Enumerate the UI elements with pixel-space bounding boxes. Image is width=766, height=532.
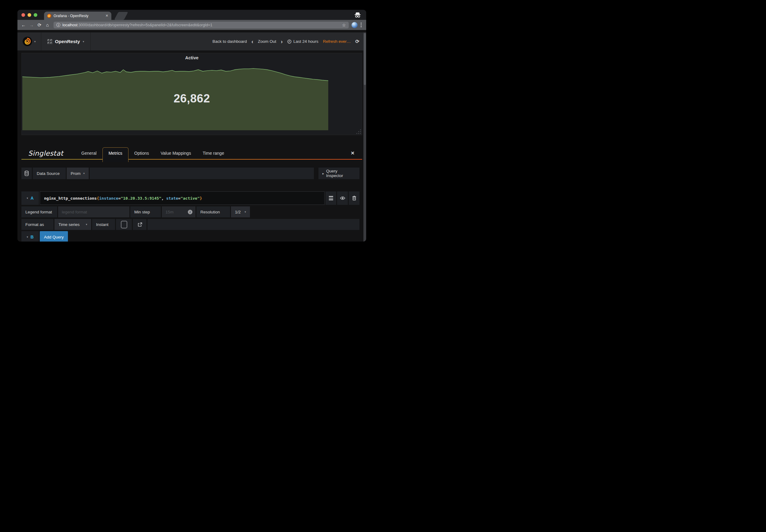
instant-label: Instant bbox=[92, 219, 115, 230]
panel-type-title: Singlestat bbox=[21, 150, 76, 160]
browser-menu-icon[interactable] bbox=[359, 23, 364, 28]
datasource-icon-cell bbox=[21, 168, 32, 179]
query-ref-letter: A bbox=[31, 196, 34, 201]
page-info-icon[interactable]: i bbox=[56, 23, 60, 27]
dashboard-picker[interactable]: OpenResty ▾ bbox=[41, 32, 90, 50]
datasource-select[interactable]: Prom ▾ bbox=[67, 168, 89, 179]
min-step-input[interactable] bbox=[162, 206, 188, 217]
minimize-window-button[interactable] bbox=[28, 13, 31, 17]
zoom-out-button[interactable]: Zoom Out bbox=[258, 39, 276, 44]
window-controls bbox=[21, 13, 37, 17]
bookmark-star-icon[interactable]: ☆ bbox=[342, 23, 346, 28]
instant-checkbox[interactable] bbox=[121, 221, 127, 228]
singlestat-panel[interactable]: Active 26,862 bbox=[21, 53, 362, 135]
query-delete-button[interactable] bbox=[349, 191, 359, 205]
address-bar[interactable]: i localhost:3000/dashboard/db/openresty?… bbox=[54, 22, 349, 28]
singlestat-value: 26,862 bbox=[22, 92, 362, 105]
dashboard-content: Active 26,862 Singlestat General Metrics… bbox=[17, 50, 366, 242]
desktop-background: Grafana - OpenResty ✕ ← → ⟳ ⌂ i bbox=[0, 0, 383, 266]
scrollbar-thumb[interactable] bbox=[364, 33, 366, 85]
query-menu-button[interactable] bbox=[325, 191, 336, 205]
tab-options[interactable]: Options bbox=[128, 148, 155, 160]
tab-time-range[interactable]: Time range bbox=[197, 148, 230, 160]
refresh-interval-button[interactable]: Refresh ever… bbox=[323, 39, 351, 44]
legend-format-input[interactable] bbox=[58, 206, 129, 217]
reload-icon[interactable]: ⟳ bbox=[36, 23, 43, 27]
query-b-toggle[interactable]: ▾ B bbox=[21, 231, 39, 242]
forward-icon[interactable]: → bbox=[28, 23, 35, 27]
trash-icon bbox=[352, 196, 356, 201]
new-tab-button[interactable] bbox=[114, 12, 128, 20]
collapse-caret-icon: ▾ bbox=[27, 235, 28, 238]
tab-value-mappings[interactable]: Value Mappings bbox=[155, 148, 197, 160]
refresh-dashboard-icon[interactable]: ⟳ bbox=[355, 39, 359, 44]
panel-editor-header: Singlestat General Metrics Options Value… bbox=[21, 146, 362, 160]
datasource-caret-icon: ▾ bbox=[83, 172, 85, 175]
datasource-value: Prom bbox=[71, 171, 80, 176]
navbar-separator bbox=[90, 32, 91, 50]
query-disable-button[interactable] bbox=[337, 191, 348, 205]
browser-toolbar: ← → ⟳ ⌂ i localhost:3000/dashboard/db/op… bbox=[17, 20, 366, 30]
min-step-label: Min step bbox=[130, 206, 161, 217]
share-query-icon[interactable] bbox=[137, 222, 142, 227]
page-viewport: ▾ OpenResty ▾ Back to dashboard ‹ Zoom O… bbox=[17, 32, 366, 242]
back-icon[interactable]: ← bbox=[20, 23, 27, 27]
browser-window: Grafana - OpenResty ✕ ← → ⟳ ⌂ i bbox=[17, 10, 366, 242]
query-expression: nginx_http_connections{instance="10.20.3… bbox=[44, 196, 202, 201]
query-row-a: ▾ A nginx_http_connections{instance="10.… bbox=[21, 191, 359, 205]
expand-icon: ▸ bbox=[322, 172, 324, 175]
format-as-value: Time series bbox=[58, 222, 80, 227]
grafana-favicon-icon bbox=[47, 14, 51, 18]
resolution-value: 1/2 bbox=[235, 210, 241, 214]
resolution-label: Resolution bbox=[196, 206, 230, 217]
tab-general[interactable]: General bbox=[76, 148, 102, 160]
query-expression-input[interactable]: nginx_http_connections{instance="10.20.3… bbox=[40, 191, 324, 205]
page-scrollbar[interactable] bbox=[363, 32, 366, 242]
close-tab-icon[interactable]: ✕ bbox=[105, 14, 108, 18]
grafana-menu-caret-icon: ▾ bbox=[34, 40, 36, 43]
resolution-select[interactable]: 1/2 ▾ bbox=[231, 206, 250, 217]
datasource-row: Data Source Prom ▾ ▸ Query Inspector bbox=[21, 168, 359, 179]
collapse-caret-icon: ▾ bbox=[27, 197, 28, 200]
close-window-button[interactable] bbox=[21, 13, 25, 17]
browser-tabstrip: Grafana - OpenResty ✕ bbox=[17, 10, 366, 20]
grafana-logo-icon bbox=[23, 37, 32, 46]
query-inspector-button[interactable]: ▸ Query Inspector bbox=[318, 168, 359, 179]
close-editor-icon[interactable]: ✕ bbox=[343, 150, 362, 160]
grafana-menu[interactable]: ▾ bbox=[17, 32, 41, 50]
time-range-label: Last 24 hours bbox=[293, 39, 318, 44]
tab-metrics[interactable]: Metrics bbox=[102, 147, 128, 162]
menu-bars-icon bbox=[329, 196, 333, 200]
format-as-label: Format as bbox=[21, 219, 54, 230]
add-query-button[interactable]: Add Query bbox=[40, 231, 68, 242]
eye-icon bbox=[340, 196, 345, 200]
grafana-navbar: ▾ OpenResty ▾ Back to dashboard ‹ Zoom O… bbox=[17, 32, 366, 50]
time-range-picker[interactable]: Last 24 hours bbox=[287, 39, 318, 44]
url-path: :3000/dashboard/db/openresty?refresh=5s&… bbox=[77, 23, 212, 27]
min-step-field: i bbox=[162, 206, 195, 217]
info-icon: i bbox=[188, 210, 192, 214]
tab-title: Grafana - OpenResty bbox=[54, 14, 102, 18]
time-shift-back-icon[interactable]: ‹ bbox=[251, 39, 253, 44]
query-row-b: ▾ B Add Query bbox=[21, 231, 359, 242]
format-as-select[interactable]: Time series ▾ bbox=[54, 219, 91, 230]
query-a-toggle[interactable]: ▾ A bbox=[21, 191, 39, 205]
resolution-caret-icon: ▾ bbox=[244, 210, 246, 213]
query-inspector-label: Query Inspector bbox=[326, 169, 355, 178]
profile-avatar[interactable] bbox=[351, 22, 357, 28]
dashboard-grid-icon bbox=[47, 39, 52, 44]
url-text: localhost:3000/dashboard/db/openresty?re… bbox=[62, 23, 212, 27]
metrics-editor: Data Source Prom ▾ ▸ Query Inspector bbox=[21, 168, 362, 242]
panel-resize-handle[interactable] bbox=[357, 130, 361, 134]
time-shift-forward-icon[interactable]: › bbox=[281, 39, 283, 44]
format-as-row-filler bbox=[147, 219, 359, 230]
maximize-window-button[interactable] bbox=[34, 13, 37, 17]
browser-tab[interactable]: Grafana - OpenResty ✕ bbox=[44, 12, 111, 20]
panel-title[interactable]: Active bbox=[22, 53, 362, 60]
format-as-caret-icon: ▾ bbox=[86, 223, 87, 226]
legend-format-label: Legend format bbox=[21, 206, 57, 217]
dashboard-title: OpenResty bbox=[55, 39, 80, 44]
back-to-dashboard-button[interactable]: Back to dashboard bbox=[212, 39, 247, 44]
clock-icon bbox=[287, 39, 291, 44]
home-icon[interactable]: ⌂ bbox=[44, 23, 51, 27]
